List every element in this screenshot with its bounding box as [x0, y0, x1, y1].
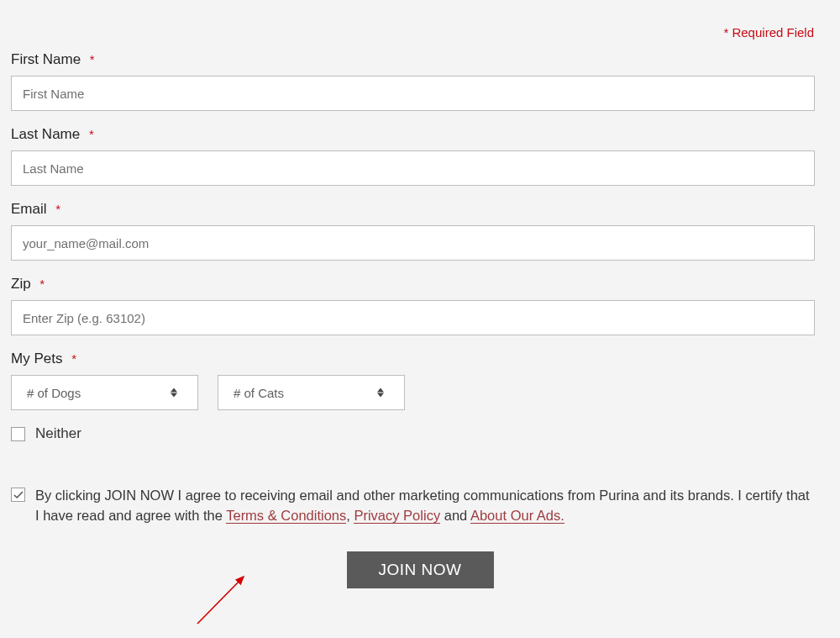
- sep: and: [440, 508, 470, 523]
- last-name-field: Last Name *: [11, 126, 829, 186]
- cats-select[interactable]: # of Cats: [218, 375, 405, 410]
- consent-text: By clicking JOIN NOW I agree to receivin…: [35, 486, 816, 526]
- asterisk-icon: *: [90, 52, 95, 66]
- consent-row: By clicking JOIN NOW I agree to receivin…: [11, 486, 829, 526]
- neither-checkbox[interactable]: [11, 427, 25, 441]
- privacy-link[interactable]: Privacy Policy: [354, 508, 440, 524]
- first-name-field: First Name *: [11, 51, 829, 111]
- dogs-select[interactable]: # of Dogs: [11, 375, 198, 410]
- label-text: Last Name: [11, 126, 80, 142]
- label-text: First Name: [11, 51, 81, 67]
- dogs-select-value: # of Dogs: [27, 386, 81, 400]
- cats-select-value: # of Cats: [234, 386, 284, 400]
- asterisk-icon: *: [71, 351, 76, 366]
- my-pets-label: My Pets *: [11, 351, 829, 367]
- label-text: Zip: [11, 276, 31, 292]
- email-label: Email *: [11, 201, 829, 218]
- email-input[interactable]: [11, 225, 815, 261]
- asterisk-icon: *: [89, 127, 94, 141]
- consent-checkbox[interactable]: [11, 488, 25, 502]
- label-text: Email: [11, 201, 47, 217]
- about-ads-link[interactable]: About Our Ads.: [470, 508, 564, 524]
- label-text: My Pets: [11, 351, 62, 366]
- terms-link[interactable]: Terms & Conditions: [226, 508, 346, 524]
- neither-row: Neither: [11, 425, 829, 442]
- last-name-label: Last Name *: [11, 126, 829, 143]
- join-now-button[interactable]: JOIN NOW: [347, 551, 494, 588]
- neither-label: Neither: [35, 425, 81, 442]
- first-name-label: First Name *: [11, 51, 829, 68]
- last-name-input[interactable]: [11, 150, 815, 186]
- select-caret-icon: [171, 388, 177, 398]
- my-pets-field: My Pets * # of Dogs # of Cats: [11, 351, 829, 410]
- asterisk-icon: *: [39, 277, 45, 291]
- zip-input[interactable]: [11, 300, 815, 335]
- zip-field: Zip *: [11, 276, 829, 335]
- zip-label: Zip *: [11, 276, 829, 293]
- first-name-input[interactable]: [11, 76, 815, 111]
- required-field-note: * Required Field: [11, 25, 829, 40]
- select-caret-icon: [377, 388, 384, 398]
- asterisk-icon: *: [55, 202, 60, 216]
- email-field: Email *: [11, 201, 829, 261]
